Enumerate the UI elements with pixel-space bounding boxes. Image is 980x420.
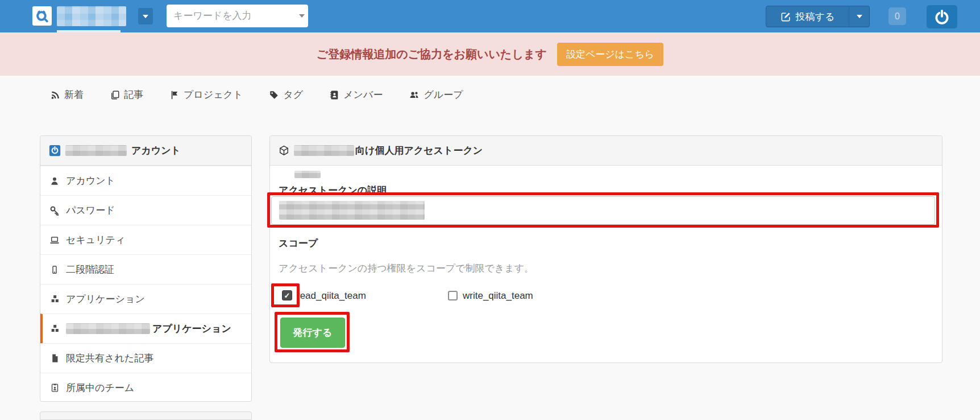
sidebar-item-label: アプリケーション — [152, 322, 231, 335]
users-icon — [409, 89, 420, 100]
sidebar-item-applications[interactable]: アプリケーション — [40, 284, 251, 314]
post-dropdown-button[interactable] — [849, 6, 870, 27]
sidebar-item-label: 限定共有された記事 — [66, 352, 153, 365]
access-token-panel-header: 向け個人用アクセストークン — [270, 136, 942, 166]
search-input[interactable] — [173, 10, 299, 22]
sidebar-item-label: 二段階認証 — [66, 263, 114, 276]
pencil-square-icon — [780, 11, 791, 22]
copy-icon — [110, 90, 120, 100]
team-name-blurred — [294, 145, 354, 156]
next-panel-header-partial — [40, 411, 252, 420]
tab-label: グループ — [423, 88, 463, 101]
alert-message: ご登録情報追加のご協力をお願いいたします — [317, 47, 547, 62]
sidebar-item-account[interactable]: アカウント — [40, 166, 251, 195]
issue-token-button[interactable]: 発行する — [280, 318, 345, 348]
tag-icon — [269, 90, 279, 100]
token-description-label: アクセストークンの説明 — [279, 184, 387, 197]
mobile-icon — [49, 265, 60, 274]
sidebar-item-password[interactable]: パスワード — [40, 195, 251, 225]
settings-sidebar: アカウント アカウント パスワード セキュリティ 二段階認証 — [40, 135, 252, 402]
blurred-text-fragment — [294, 171, 321, 178]
primary-nav-tabs: 新着 記事 プロジェクト — [50, 88, 463, 101]
flag-icon — [169, 90, 180, 100]
qiita-team-logo-icon — [35, 9, 49, 23]
sidebar-item-limited-shared-articles[interactable]: 限定共有された記事 — [40, 343, 251, 373]
team-name-blurred — [66, 323, 150, 334]
read-qiita-team-checkbox[interactable]: ✓ — [282, 290, 292, 300]
notification-count-badge[interactable]: 0 — [888, 7, 906, 25]
read-qiita-team-label: read_qiita_team — [297, 290, 366, 302]
sidebar-header: アカウント — [40, 136, 251, 166]
laptop-icon — [49, 235, 60, 245]
tab-label: 記事 — [124, 88, 143, 101]
access-token-panel: 向け個人用アクセストークン アクセストークンの説明 スコープ アクセストークンの… — [269, 135, 942, 363]
tab-groups[interactable]: グループ — [409, 88, 463, 101]
address-book-icon — [329, 90, 339, 100]
tab-label: メンバー — [343, 88, 383, 101]
tab-members[interactable]: メンバー — [329, 88, 383, 101]
notification-count: 0 — [895, 11, 900, 22]
file-icon — [49, 353, 60, 363]
chevron-down-icon — [143, 15, 148, 21]
tab-label: プロジェクト — [184, 88, 243, 101]
sidebar-item-label: パスワード — [66, 204, 115, 217]
id-card-icon — [49, 383, 60, 393]
search-box — [167, 5, 308, 27]
user-icon — [49, 176, 60, 186]
write-qiita-team-label: write_qiita_team — [463, 290, 533, 302]
tab-label: 新着 — [64, 88, 84, 101]
account-menu-button[interactable] — [927, 5, 957, 28]
sidebar-header-label: アカウント — [131, 144, 181, 157]
settings-page-button[interactable]: 設定ページはこちら — [557, 43, 663, 66]
team-switcher-button[interactable] — [138, 8, 153, 24]
scope-label: スコープ — [279, 237, 318, 250]
token-description-value-blurred — [279, 201, 425, 220]
sidebar-item-label: セキュリティ — [66, 233, 125, 246]
tab-new[interactable]: 新着 — [50, 88, 84, 101]
sidebar-item-team-applications-active[interactable]: アプリケーション — [40, 314, 251, 343]
tab-label: タグ — [283, 88, 303, 101]
cubes-icon — [49, 323, 60, 334]
registration-alert-bar: ご登録情報追加のご協力をお願いいたします 設定ページはこちら — [0, 32, 980, 76]
sidebar-item-joined-teams[interactable]: 所属中のチーム — [40, 373, 251, 402]
qiita-team-logo[interactable] — [32, 6, 52, 26]
tab-articles[interactable]: 記事 — [110, 88, 143, 101]
write-qiita-team-checkbox[interactable] — [448, 291, 458, 300]
post-button[interactable]: 投稿する — [766, 6, 849, 27]
chevron-down-icon — [857, 15, 862, 21]
qiita-team-settings-page: 投稿する 0 ご登録情報追加のご協力をお願いいたします 設定ページはこちら — [0, 0, 980, 420]
rss-icon — [50, 90, 60, 100]
cubes-icon — [49, 294, 60, 304]
tab-tags[interactable]: タグ — [269, 88, 303, 101]
tab-projects[interactable]: プロジェクト — [169, 88, 243, 101]
scope-help-text: アクセストークンの持つ権限をスコープで制限できます。 — [279, 262, 534, 275]
cube-icon — [279, 145, 289, 156]
sidebar-item-label: 所属中のチーム — [66, 381, 134, 394]
power-icon — [934, 9, 950, 25]
check-icon: ✓ — [284, 291, 290, 300]
panel-title: 向け個人用アクセストークン — [355, 144, 483, 157]
sidebar-item-two-factor[interactable]: 二段階認証 — [40, 254, 251, 284]
key-icon — [49, 205, 60, 216]
sidebar-item-security[interactable]: セキュリティ — [40, 225, 251, 254]
post-button-label: 投稿する — [796, 10, 835, 23]
team-name-blurred[interactable] — [57, 6, 126, 26]
top-navbar: 投稿する 0 — [0, 0, 980, 32]
sidebar-item-label: アプリケーション — [66, 293, 145, 306]
qiita-team-badge-icon — [49, 145, 61, 157]
search-dropdown-caret-icon[interactable] — [299, 14, 305, 20]
sidebar-item-label: アカウント — [66, 174, 115, 187]
sidebar-username-blurred — [65, 145, 127, 156]
